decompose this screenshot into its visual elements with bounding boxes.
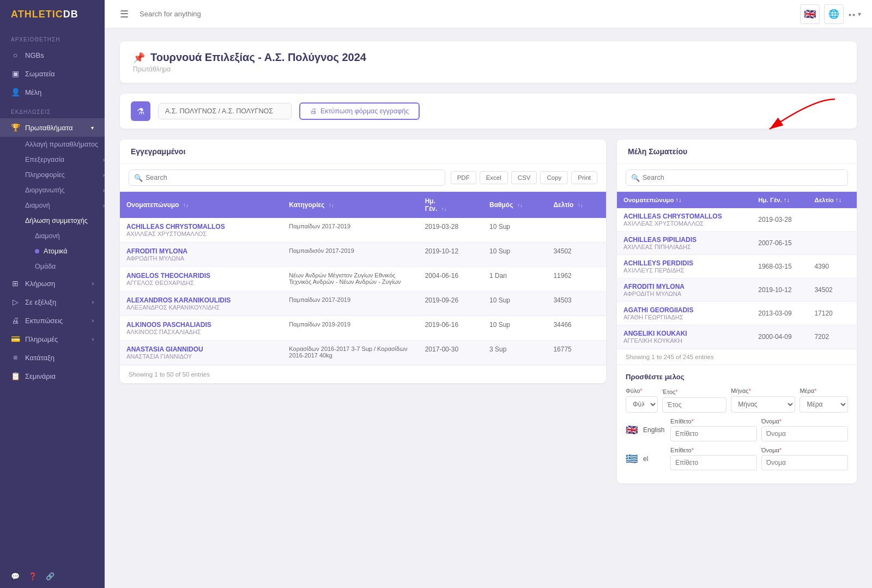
language-flag-button[interactable]: 🇬🇧 [800, 4, 820, 24]
sidebar-item-members[interactable]: 👤 Μέλη [0, 83, 105, 101]
user-menu-button[interactable]: ⬥⬥ ▾ [848, 10, 861, 18]
sidebar-item-ranking[interactable]: ≡ Κατάταξη [0, 348, 105, 367]
cell-birth: 2004-06-16 [419, 267, 483, 292]
cell-category: Κορασίδων 2016-2017 3-7 Sup / Κορασίδων … [282, 341, 418, 365]
logo-db: DB [63, 9, 78, 20]
english-firstname-label: Όνομα* [761, 418, 848, 425]
sidebar-item-lottery[interactable]: ⊞ Κλήρωση › [0, 274, 105, 293]
link-icon[interactable]: 🔗 [46, 572, 55, 580]
chevron-right-icon: › [92, 336, 94, 342]
sidebar-item-payments[interactable]: 💳 Πληρωμές › [0, 330, 105, 348]
excel-button[interactable]: Excel [480, 171, 508, 184]
english-flag: 🇬🇧 [626, 424, 638, 436]
cell-name: ACHILLEAS PIPILIADIS ΑΧΙΛΛΕΑΣ ΠΙΠΗΛΙΑΔΗΣ [617, 232, 752, 255]
sidebar-item-championships[interactable]: 🏆 Πρωταθλήματα ▾ [0, 118, 105, 137]
sub-item-label: Αλλαγή πρωταθλήματος [25, 141, 98, 148]
print-form-button[interactable]: 🖨 Εκτύπωση φόρμας εγγραφής [299, 102, 420, 120]
club-filter-select[interactable]: Α.Σ. ΠΟΛΥΓΝΟΣ / Α.Σ. ΠΟΛΥΓΝΟΣ [158, 103, 292, 119]
sub-item-info[interactable]: Πληροφορίες › [25, 167, 105, 183]
sub-item-edit[interactable]: Επεξεργασία › [25, 152, 105, 167]
add-member-title: Προσθέστε μελος [626, 373, 848, 381]
english-firstname-input[interactable] [761, 426, 848, 441]
table-row: AFRODITI MYLONA ΑΦΡΟΔΙΤΗ ΜΥΛΩΝΑ 2019-10-… [617, 278, 857, 302]
sidebar-item-seminars[interactable]: 📋 Σεμινάρια [0, 367, 105, 385]
english-firstname-wrap: Όνομα* [761, 418, 848, 441]
table-row: ACHILLEYS PERDIDIS ΑΧΙΛΛΕΥΣ ΠΕΡΔΙΔΗΣ 196… [617, 255, 857, 278]
cell-grade: 10 Sup [483, 316, 547, 341]
user-chevron-icon: ▾ [858, 10, 861, 18]
greek-lastname-wrap: Επίθετο* [670, 447, 757, 470]
cell-birth: 2017-00-30 [419, 341, 483, 365]
registered-search-input[interactable] [129, 169, 445, 186]
menu-toggle-button[interactable]: ☰ [116, 6, 133, 22]
registered-table-footer: Showing 1 to 50 of 50 entries [120, 365, 606, 383]
month-label: Μήνας* [731, 387, 795, 394]
sub-item-stay2[interactable]: Διαμονή [35, 228, 105, 244]
cell-category: Παμπαίδων 2019-2019 [282, 316, 418, 341]
col-grade: Βαθμός ↑↓ [483, 192, 547, 218]
club-members-column: Μέλη Σωματείου 🔍 Ονοματεπώνυμο ↑↓ [617, 140, 857, 483]
sidebar-item-label: Πληρωμές [25, 335, 58, 343]
arrow-annotation [726, 94, 846, 137]
english-lang-label: English [643, 426, 665, 434]
print-button[interactable]: Print [571, 171, 597, 184]
day-select[interactable]: Μέρα [800, 396, 848, 413]
sub-item-omada[interactable]: Ομάδα [35, 259, 105, 274]
day-label: Μέρα* [800, 387, 848, 394]
day-group: Μέρα* Μέρα [800, 387, 848, 413]
month-select[interactable]: Μήνας [731, 396, 795, 413]
search-icon: 🔍 [631, 174, 640, 182]
page-title-text: Τουρνουά Επιλεξίας - Α.Σ. Πολύγνος 2024 [150, 51, 366, 64]
copy-button[interactable]: Copy [540, 171, 568, 184]
club-members-table-body: ACHILLEAS CHRYSTOMALLOS ΑΧΙΛΛΕΑΣ ΧΡΥΣΤΟΜ… [617, 208, 857, 349]
registered-table-body: ACHILLEAS CHRYSTOMALLOS ΑΧΙΛΛΕΑΣ ΧΡΥΣΤΟΜ… [120, 218, 606, 365]
sub-item-stay[interactable]: Διαμονή › [25, 198, 105, 213]
greek-lastname-input[interactable] [670, 455, 757, 470]
cell-grade: 3 Sup [483, 341, 547, 365]
lang-row-greek: 🇬🇷 el Επίθετο* [626, 447, 848, 470]
table-row: ALEXANDROS KARANIKOULIDIS ΑΛΕΞΑΝΔΡΟΣ ΚΑΡ… [120, 292, 606, 316]
cell-name: ANASTASIA GIANNIDOU ΑΝΑΣΤΑΣΙΑ ΓΙΑΝΝΙΔΟΥ [120, 341, 282, 365]
sidebar-item-clubs[interactable]: ▣ Σωματεία [0, 64, 105, 83]
sidebar-item-progress[interactable]: ▷ Σε εξέλιξη › [0, 293, 105, 311]
pin-icon: 📌 [133, 52, 145, 64]
club-members-table-head: Ονοματεπώνυμο ↑↓ Ημ. Γέν. ↑↓ Δελτίο ↑↓ [617, 192, 857, 208]
cell-birth: 2019-03-28 [752, 208, 808, 232]
cell-name: ANGELOS THEOCHARIDIS ΑΓΓΕΛΟΣ ΘΕΟΧΑΡΙΔΗΣ [120, 267, 282, 292]
help-icon[interactable]: ❓ [28, 572, 37, 580]
cell-name: ACHILLEAS CHRYSTOMALLOS ΑΧΙΛΛΕΑΣ ΧΡΥΣΤΟΜ… [120, 218, 282, 243]
csv-button[interactable]: CSV [511, 171, 537, 184]
gender-select[interactable]: Φύλο [626, 396, 658, 413]
table-row: ANGELOS THEOCHARIDIS ΑΓΓΕΛΟΣ ΘΕΟΧΑΡΙΔΗΣ … [120, 267, 606, 292]
greek-inputs: Επίθετο* Όνομα* [670, 447, 848, 470]
two-column-layout: Εγγεγραμμένοι 🔍 PDF Excel CSV Copy Print [120, 140, 857, 483]
pdf-button[interactable]: PDF [451, 171, 476, 184]
globe-button[interactable]: 🌐 [824, 4, 844, 24]
club-members-table-wrap: Ονοματεπώνυμο ↑↓ Ημ. Γέν. ↑↓ Δελτίο ↑↓ A… [617, 192, 857, 349]
sidebar-item-prints[interactable]: 🖨 Εκτυπώσεις › [0, 311, 105, 330]
greek-firstname-input[interactable] [761, 455, 848, 470]
sub-item-label: Διοργανωτής [25, 186, 64, 194]
cell-birth: 1968-03-15 [752, 255, 808, 278]
col-card: Δελτίο ↑↓ [547, 192, 606, 218]
chevron-right-icon: › [92, 281, 94, 287]
table-row: ACHILLEAS CHRYSTOMALLOS ΑΧΙΛΛΕΑΣ ΧΡΥΣΤΟΜ… [120, 218, 606, 243]
english-lastname-input[interactable] [670, 426, 757, 441]
sub-item-declaration[interactable]: Δήλωση συμμετοχής [25, 213, 105, 228]
declaration-submenu: Διαμονή Ατομικά Ομάδα [0, 228, 105, 274]
sidebar-item-label: Μέλη [25, 88, 41, 96]
cell-grade: 10 Sup [483, 292, 547, 316]
registered-toolbar: 🔍 PDF Excel CSV Copy Print [120, 164, 606, 192]
chat-icon[interactable]: 💬 [11, 572, 20, 580]
sub-item-atomika[interactable]: Ατομικά [35, 244, 105, 259]
club-members-search-input[interactable] [626, 169, 848, 186]
global-search-input[interactable] [140, 10, 794, 18]
table-row: ACHILLEAS CHRYSTOMALLOS ΑΧΙΛΛΕΑΣ ΧΡΥΣΤΟΜ… [617, 208, 857, 232]
year-input[interactable] [662, 397, 726, 413]
sub-item-change[interactable]: Αλλαγή πρωταθλήματος [25, 137, 105, 152]
cell-category: Παμπαιδισόν 2017-2019 [282, 243, 418, 267]
sub-item-organizer[interactable]: Διοργανωτής › [25, 183, 105, 198]
cell-card: 34502 [547, 243, 606, 267]
sidebar-item-ngbs[interactable]: ○ NGBs [0, 46, 105, 64]
chevron-down-icon: ▾ [91, 125, 94, 131]
